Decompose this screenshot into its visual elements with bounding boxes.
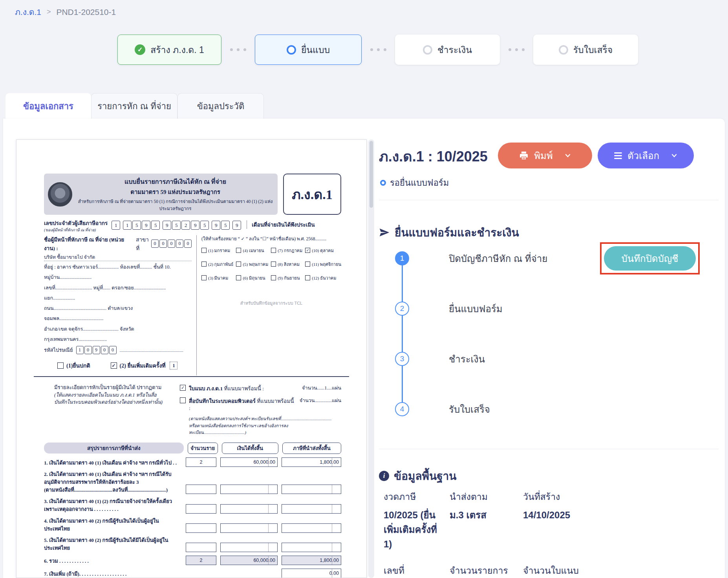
month-checkbox-grid: (1) มกราคม(4) เมษายน(7) กรกฎาคม✓(10) ตุล…	[201, 247, 341, 282]
checkbox-icon	[236, 248, 241, 253]
info-value: 14/10/2025	[523, 508, 719, 522]
table-cell-count: 2	[186, 457, 216, 467]
detail-note-line: (ให้แสดงรายละเอียดในใบแนบ ภ.ง.ด.1 หรือใน…	[54, 391, 174, 399]
detail-note-line: มีรายละเอียดการหักเป็นรายผู้มีเงินได้ ปร…	[54, 384, 174, 391]
checkbox-icon	[236, 275, 241, 280]
table-row-label: 6. รวม . . . . . . . . . . . .	[44, 557, 182, 565]
table-row: 7. เงินเพิ่ม (ถ้ามี). . . . . . . . . . …	[44, 569, 341, 578]
tax-id-digit: 9	[232, 221, 241, 230]
postal-digit-boxes: 10900	[76, 346, 117, 354]
branch-digit: 0	[159, 240, 167, 248]
month-instruction-note: (ให้ทำเครื่องหมาย “ ✓ ” ลงใน “☐” หน้าชื่…	[201, 235, 341, 242]
table-row: 6. รวม . . . . . . . . . . . .260,000.00…	[44, 556, 341, 565]
table-row-label-line: 7. เงินเพิ่ม (ถ้ามี). . . . . . . . . . …	[44, 570, 185, 578]
table-header-tax: ภาษีที่นำส่งทั้งสิ้น	[282, 443, 341, 454]
step-label: รับใบเสร็จ	[449, 402, 490, 417]
submit-step-3: 3ชำระเงิน	[379, 334, 719, 384]
tab-2[interactable]: รายการหัก ณ ที่จ่าย	[91, 93, 177, 119]
checkbox-icon	[271, 275, 276, 280]
table-cell-count	[186, 485, 216, 494]
table-row-cells	[186, 485, 341, 494]
tab-1[interactable]: ข้อมูลเอกสาร	[5, 93, 91, 119]
table-cell-income: 60,000.00	[220, 457, 278, 467]
preview-scrollbar-thumb[interactable]	[369, 141, 373, 208]
filing-option[interactable]: ✓(2) ยื่นเพิ่มเติมครั้งที่1	[111, 361, 178, 370]
filing-option-label: (2) ยื่นเพิ่มเติมครั้งที่	[120, 361, 166, 370]
tab-bar: ข้อมูลเอกสารรายการหัก ณ ที่จ่ายข้อมูลประ…	[5, 93, 264, 119]
checkbox-icon	[201, 262, 207, 267]
tax-id-digit: 5	[132, 221, 141, 230]
table-cell-tax: 0.00	[282, 569, 341, 578]
stepper-dots	[370, 48, 386, 51]
checkbox-icon	[236, 262, 241, 267]
checkbox-icon	[201, 248, 207, 253]
table-row-cells: 260,000.001,800.00	[186, 556, 341, 565]
info-value: 10/2025 (ยื่นเพิ่มเติมครั้งที่ 1)	[384, 508, 450, 552]
address-block: ที่อยู่ : อาคาร ซันทาวเวอร์.............…	[44, 262, 192, 344]
postal-digit: 1	[76, 346, 84, 354]
tax-id-digit-group: 1595	[123, 221, 160, 230]
month-label: (11) พฤศจิกายน	[312, 261, 341, 268]
tcl-system-note: สำหรับบันทึกข้อมูลจากระบบ TCL	[201, 300, 341, 307]
panel-divider	[379, 200, 719, 200]
month-option: (12) ธันวาคม	[305, 274, 341, 282]
filing-option[interactable]: (1)ยื่นปกติ	[57, 361, 90, 370]
printer-icon	[519, 151, 529, 160]
stepper-item-4[interactable]: รับใบเสร็จ	[533, 35, 638, 65]
branch-label: สาขาที่	[136, 235, 149, 252]
table-row-label-line: 2. เงินได้ตามมาตรา 40 (1) เงินเดือน ค่าจ…	[44, 470, 182, 478]
table-row: 1. เงินได้ตามมาตรา 40 (1) เงินเดือน ค่าจ…	[44, 457, 341, 467]
checkbox-icon	[57, 362, 64, 369]
panel-divider	[379, 449, 719, 449]
tax-id-digit: 5	[172, 221, 181, 230]
table-cell-count	[186, 523, 216, 533]
info-item: จำนวนรายการ2 รายการ	[450, 563, 523, 578]
month-label: (8) สิงหาคม	[278, 261, 300, 268]
table-row-label: 4. เงินได้ตามมาตรา 40 (2) กรณีผู้รับเงิน…	[44, 517, 182, 533]
month-label: (12) ธันวาคม	[312, 274, 336, 282]
attachment-option: ✓ใบแนบ ภ.ง.ด.1 ที่แนบมาพร้อมนี้ :จำนวน..…	[180, 384, 341, 393]
submit-step-4: 4รับใบเสร็จ	[379, 384, 719, 434]
table-row-cells	[186, 504, 341, 514]
filing-type-row: (1)ยื่นปกติ✓(2) ยื่นเพิ่มเติมครั้งที่1	[57, 361, 192, 370]
preview-scrollbar[interactable]	[368, 139, 374, 578]
form-code-badge: ภ.ง.ด.1	[283, 174, 341, 215]
options-button-label: ตัวเลือก	[627, 148, 659, 163]
info-item: งวดภาษี10/2025 (ยื่นเพิ่มเติมครั้งที่ 1)	[384, 490, 450, 552]
month-option: (11) พฤศจิกายน	[305, 261, 341, 268]
address-line: เลขที่.............................. หมู…	[44, 283, 192, 304]
table-row-cells: 260,000.001,800.00	[186, 457, 341, 467]
document-preview[interactable]: แบบยื่นรายการภาษีเงินได้หัก ณ ที่จ่าย ตา…	[16, 139, 367, 578]
tab-3[interactable]: ข้อมูลประวัติ	[177, 93, 264, 119]
chevron-down-icon	[671, 152, 677, 159]
month-option: (2) กุมภาพันธ์	[201, 261, 233, 268]
month-option: (6) มิถุนายน	[236, 274, 268, 282]
tax-id-digit: 9	[142, 221, 150, 230]
breadcrumb: ภ.ง.ด.1 > PND1-202510-1	[15, 5, 116, 18]
tax-id-digit: 9	[212, 221, 220, 230]
options-button[interactable]: ตัวเลือก	[598, 143, 694, 168]
stepper-label: ชำระเงิน	[437, 43, 472, 57]
info-label: วันที่สร้าง	[523, 490, 719, 504]
branch-digit: 0	[184, 240, 192, 248]
stepper-item-1[interactable]: ✓สร้าง ภ.ง.ด. 1	[117, 35, 221, 65]
branch-digit: 0	[176, 240, 183, 248]
close-account-button[interactable]: บันทึกปิดบัญชี	[604, 246, 696, 271]
filing-extra-number: 1	[170, 362, 177, 369]
stepper-label: ยื่นแบบ	[301, 43, 330, 57]
stepper-item-3[interactable]: ชำระเงิน	[395, 35, 500, 65]
revenue-department-seal-icon	[48, 182, 72, 207]
form-title: แบบยื่นรายการภาษีเงินได้หัก ณ ที่จ่าย	[77, 177, 274, 187]
print-button[interactable]: พิมพ์	[498, 143, 592, 168]
breadcrumb-root-link[interactable]: ภ.ง.ด.1	[15, 5, 41, 18]
table-cell-count: 2	[186, 556, 216, 565]
postal-digit: 0	[101, 346, 108, 354]
postal-label: รหัสไปรษณีย์	[44, 346, 73, 354]
step-number-badge: 1	[395, 251, 409, 265]
branch-digit: 0	[151, 240, 159, 248]
stepper-item-2[interactable]: ยื่นแบบ	[255, 35, 362, 65]
table-cell-tax: 1,800.00	[282, 556, 341, 565]
step-ring-icon	[423, 45, 432, 55]
tax-id-sublabel: (ของผู้มีหน้าที่หักภาษี ณ ที่จ่าย)	[44, 227, 108, 233]
month-label: (1) มกราคม	[208, 247, 230, 254]
